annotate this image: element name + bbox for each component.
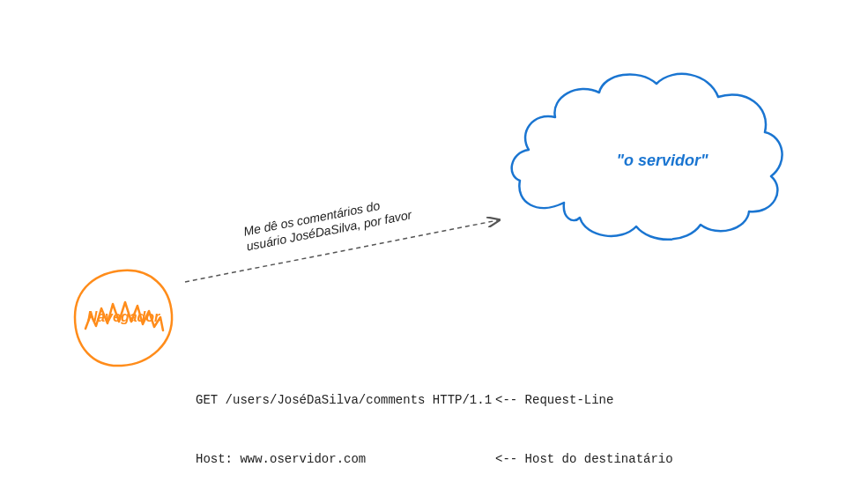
server-label: "o servidor" <box>616 151 708 169</box>
http-row1-right: <-- Request-Line <box>495 390 613 410</box>
http-row2-left: Host: www.oservidor.com <box>196 449 495 469</box>
cloud-icon <box>502 48 793 251</box>
diagram-container: Navegador "o servidor" Me dê os comentár… <box>0 0 853 504</box>
request-arrow: Me dê os comentários do usuário JoséDaSi… <box>181 194 507 291</box>
http-request-block: GET /users/JoséDaSilva/comments HTTP/1.1… <box>196 351 702 504</box>
http-row2-right: <-- Host do destinatário <box>495 449 673 469</box>
browser-label: Navegador <box>87 309 160 325</box>
server-cloud-node: "o servidor" <box>502 48 793 251</box>
http-host-line: Host: www.oservidor.com <-- Host do dest… <box>196 449 702 469</box>
browser-node: Navegador <box>66 260 181 374</box>
http-request-line: GET /users/JoséDaSilva/comments HTTP/1.1… <box>196 390 702 410</box>
http-row1-left: GET /users/JoséDaSilva/comments HTTP/1.1 <box>196 390 495 410</box>
